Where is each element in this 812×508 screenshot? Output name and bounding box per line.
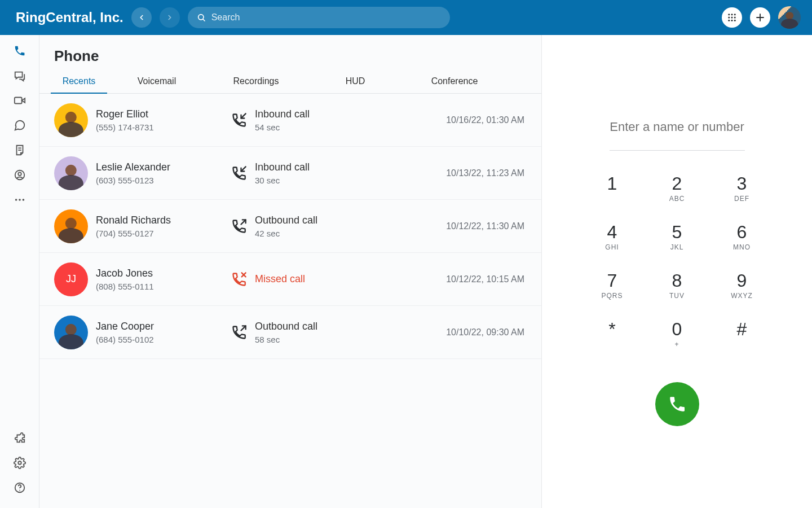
new-button[interactable] [750, 7, 770, 28]
rail-more[interactable] [13, 193, 27, 207]
call-timestamp: 10/16/22, 01:30 AM [400, 115, 524, 125]
dial-key-num: 4 [607, 223, 617, 241]
rail-help[interactable] [13, 481, 27, 494]
rail-message[interactable] [13, 119, 27, 132]
dialpad-button[interactable] [722, 7, 742, 28]
outbound-call-icon [231, 325, 247, 340]
svg-point-22 [18, 461, 21, 465]
rail-apps[interactable] [13, 431, 27, 445]
plus-icon [755, 12, 765, 23]
user-circle-icon [14, 169, 26, 181]
rail-phone[interactable] [13, 44, 27, 58]
dial-key-sub [611, 340, 613, 348]
tab-conference[interactable]: Conference [405, 76, 504, 93]
chevron-left-icon [138, 14, 145, 21]
call-phone: (555) 174-8731 [96, 122, 231, 132]
page-title: Phone [39, 35, 541, 76]
dial-key-sub: ABC [669, 195, 685, 203]
dial-key-8[interactable]: 8TUV [645, 261, 709, 310]
svg-line-1 [203, 19, 205, 21]
call-row[interactable]: JJJacob Jones(808) 555-0111Missed call10… [39, 253, 541, 306]
nav-back-button[interactable] [131, 7, 152, 28]
dialer-panel: 1 2ABC3DEF4GHI5JKL6MNO7PQRS8TUV9WXYZ* 0+… [541, 35, 812, 508]
call-identity: Roger Elliot(555) 174-8731 [96, 108, 231, 132]
call-avatar: JJ [54, 262, 88, 296]
nav-forward-button[interactable] [160, 7, 180, 28]
dial-key-1[interactable]: 1 [580, 164, 645, 213]
search-box[interactable] [188, 7, 450, 28]
dots-icon [14, 194, 26, 206]
dial-key-2[interactable]: 2ABC [645, 164, 709, 213]
call-phone: (808) 555-0111 [96, 282, 231, 291]
tab-recents[interactable]: Recents [51, 76, 107, 93]
note-icon [14, 144, 26, 156]
svg-point-18 [18, 172, 21, 176]
dial-key-num: 5 [672, 223, 682, 241]
dialpad-icon [727, 12, 737, 23]
call-row[interactable]: Jane Cooper(684) 555-0102Outbound call58… [39, 306, 541, 359]
dial-key-9[interactable]: 9WXYZ [709, 261, 774, 310]
dial-key-6[interactable]: 6MNO [709, 213, 774, 261]
call-avatar [54, 209, 88, 243]
svg-point-3 [731, 14, 733, 15]
svg-point-9 [731, 20, 733, 21]
call-row[interactable]: Roger Elliot(555) 174-8731Inbound call54… [39, 94, 541, 147]
call-name: Jacob Jones [96, 268, 231, 279]
call-duration: 54 sec [255, 122, 310, 132]
svg-point-20 [19, 199, 21, 201]
dial-call-button[interactable] [655, 382, 699, 426]
call-avatar [54, 316, 88, 349]
svg-point-19 [15, 199, 17, 201]
dial-key-num: # [737, 320, 747, 338]
inbound-call-icon [231, 112, 247, 128]
dial-key-sub: WXYZ [731, 292, 753, 300]
dial-input[interactable] [610, 120, 745, 151]
dial-key-num: 9 [737, 271, 747, 290]
call-phone: (704) 555-0127 [96, 229, 231, 238]
call-phone: (603) 555-0123 [96, 176, 231, 185]
call-status: Missed call [231, 271, 400, 287]
svg-point-10 [734, 20, 736, 21]
dial-key-5[interactable]: 5JKL [645, 213, 709, 261]
tab-recordings[interactable]: Recordings [206, 76, 306, 93]
outbound-call-icon [231, 218, 247, 234]
call-timestamp: 10/13/22, 11:23 AM [400, 168, 524, 178]
call-status: Inbound call54 sec [231, 108, 400, 132]
dial-key-0[interactable]: 0+ [645, 310, 709, 358]
dial-key-#[interactable]: # [709, 310, 774, 358]
call-duration: 30 sec [255, 176, 310, 185]
rail-contacts[interactable] [13, 168, 27, 182]
rail-settings[interactable] [13, 456, 27, 470]
rail-video[interactable] [13, 94, 27, 107]
dial-key-sub: JKL [670, 243, 684, 251]
left-rail [0, 35, 39, 508]
call-row[interactable]: Ronald Richards(704) 555-0127Outbound ca… [39, 200, 541, 253]
missed-call-icon [231, 271, 247, 287]
call-type-label: Outbound call [255, 321, 317, 332]
dial-key-3[interactable]: 3DEF [709, 164, 774, 213]
call-duration: 58 sec [255, 335, 317, 344]
dial-pad: 1 2ABC3DEF4GHI5JKL6MNO7PQRS8TUV9WXYZ* 0+… [580, 164, 774, 358]
call-duration: 42 sec [255, 229, 317, 238]
dial-key-7[interactable]: 7PQRS [580, 261, 645, 310]
call-timestamp: 10/10/22, 09:30 AM [400, 327, 524, 338]
tab-voicemail[interactable]: Voicemail [107, 76, 206, 93]
phone-icon [14, 45, 26, 57]
user-avatar[interactable] [778, 6, 801, 29]
dial-key-4[interactable]: 4GHI [580, 213, 645, 261]
dial-key-sub: PQRS [601, 292, 623, 300]
dial-key-*[interactable]: * [580, 310, 645, 358]
call-name: Leslie Alexander [96, 161, 231, 173]
call-row[interactable]: Leslie Alexander(603) 555-0123Inbound ca… [39, 147, 541, 200]
main-panel: Phone RecentsVoicemailRecordingsHUDConfe… [39, 35, 541, 508]
call-phone: (684) 555-0102 [96, 335, 231, 344]
rail-tasks[interactable] [13, 143, 27, 157]
call-type-label: Inbound call [255, 161, 310, 173]
speech-bubble-icon [14, 119, 26, 132]
search-input[interactable] [211, 12, 441, 23]
inbound-call-icon [231, 165, 247, 181]
tab-hud[interactable]: HUD [306, 76, 405, 93]
brand-title: RingCentral, Inc. [16, 10, 123, 25]
rail-chat[interactable] [13, 69, 27, 82]
call-type-label: Outbound call [255, 214, 317, 226]
